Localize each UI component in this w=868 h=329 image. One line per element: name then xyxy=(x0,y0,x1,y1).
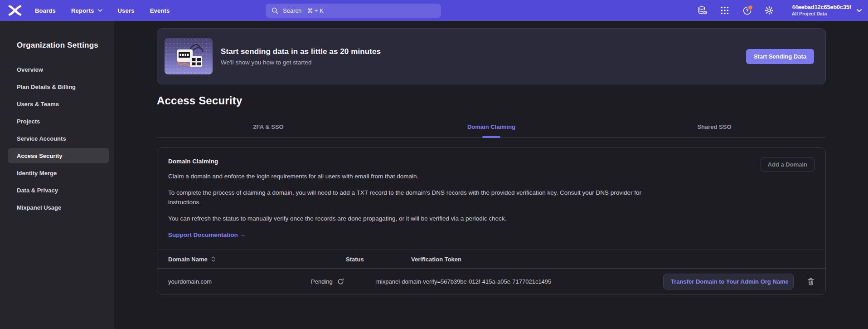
navbar-actions: ? 44eebad12c65eb0c35f All Project Data xyxy=(692,0,862,21)
support-documentation-link[interactable]: Support Documentation → xyxy=(168,231,246,238)
chevron-down-icon xyxy=(857,9,862,12)
sidebar-nav: Overview Plan Details & Billing Users & … xyxy=(8,62,109,215)
column-label: Verification Token xyxy=(411,256,461,263)
nav-item-label: Events xyxy=(150,7,170,14)
refresh-status-icon[interactable] xyxy=(337,278,344,285)
active-tab-underline xyxy=(482,136,500,138)
column-header-domain-name[interactable]: Domain Name xyxy=(168,256,311,263)
nav-item-label: Users xyxy=(118,7,135,14)
transfer-domain-button[interactable]: Transfer Domain to Your Admin Org Name xyxy=(663,274,794,290)
banner-text: Start sending data in as little as 20 mi… xyxy=(221,47,381,66)
panel-paragraph: To complete the process of claiming a do… xyxy=(168,188,651,207)
add-domain-button[interactable]: Add a Domain xyxy=(761,157,815,172)
column-header-status: Status xyxy=(311,256,376,263)
tab-label: Shared SSO xyxy=(697,123,731,130)
tab-domain-claiming[interactable]: Domain Claiming xyxy=(380,119,603,137)
nav-item-label: Reports xyxy=(71,7,94,14)
start-sending-data-button[interactable]: Start Sending Data xyxy=(746,49,814,64)
nav-item-label: Boards xyxy=(35,7,56,14)
sidebar-item-users-teams[interactable]: Users & Teams xyxy=(8,96,109,112)
nav-item-reports[interactable]: Reports xyxy=(63,0,110,21)
sidebar-title: Organization Settings xyxy=(8,41,109,50)
main-content: Start sending data in as little as 20 mi… xyxy=(114,21,868,329)
column-header-verification-token: Verification Token xyxy=(376,256,663,263)
onboarding-banner: Start sending data in as little as 20 mi… xyxy=(157,28,826,84)
data-management-icon[interactable] xyxy=(692,0,714,21)
banner-title: Start sending data in as little as 20 mi… xyxy=(221,47,381,56)
search-placeholder: Search xyxy=(283,7,301,14)
domains-table-header: Domain Name Status Verification Token xyxy=(157,250,825,269)
panel-paragraph: You can refresh the status to manually v… xyxy=(168,214,651,223)
project-scope: All Project Data xyxy=(792,11,851,17)
access-security-tabs: 2FA & SSO Domain Claiming Shared SSO xyxy=(157,119,826,137)
sidebar-item-data-privacy[interactable]: Data & Privacy xyxy=(8,182,109,198)
tab-label: 2FA & SSO xyxy=(253,123,283,130)
verification-token-cell: mixpanel-domain-verify=567b39be-012f-415… xyxy=(376,278,663,285)
tab-2fa-sso[interactable]: 2FA & SSO xyxy=(157,119,380,137)
sort-icon[interactable] xyxy=(211,256,215,262)
status-cell: Pending xyxy=(311,278,376,285)
search-shortcut: ⌘ + K xyxy=(307,7,324,14)
nav-item-boards[interactable]: Boards xyxy=(27,0,63,21)
status-badge: Pending xyxy=(311,278,333,285)
panel-paragraph: Claim a domain and enforce the login req… xyxy=(168,172,651,181)
project-switcher[interactable]: 44eebad12c65eb0c35f All Project Data xyxy=(781,4,862,17)
notification-dot xyxy=(747,5,753,10)
nav-item-events[interactable]: Events xyxy=(142,0,178,21)
delete-domain-icon[interactable] xyxy=(807,278,815,285)
apps-grid-icon[interactable] xyxy=(714,0,736,21)
sidebar-item-service-accounts[interactable]: Service Accounts xyxy=(8,131,109,146)
sidebar-item-projects[interactable]: Projects xyxy=(8,113,109,129)
tab-shared-sso[interactable]: Shared SSO xyxy=(603,119,826,137)
column-label: Status xyxy=(346,256,364,263)
domain-name-cell: yourdomain.com xyxy=(168,278,311,285)
table-row: yourdomain.com Pending mixpanel-domain-v… xyxy=(157,269,825,294)
project-switcher-labels: 44eebad12c65eb0c35f All Project Data xyxy=(792,4,851,17)
help-icon[interactable]: ? xyxy=(736,0,758,21)
domain-claiming-panel: Domain Claiming Claim a domain and enfor… xyxy=(157,147,826,295)
sidebar-item-access-security[interactable]: Access Security xyxy=(8,148,109,163)
tab-label: Domain Claiming xyxy=(467,123,515,130)
settings-gear-icon[interactable] xyxy=(758,0,781,21)
nav-item-users[interactable]: Users xyxy=(110,0,142,21)
search-icon xyxy=(272,7,278,14)
column-label: Domain Name xyxy=(168,256,208,263)
top-navbar: Boards Reports Users Events Search ⌘ + K xyxy=(0,0,868,21)
project-id: 44eebad12c65eb0c35f xyxy=(792,4,851,11)
panel-title: Domain Claiming xyxy=(168,158,815,165)
search-input[interactable]: Search ⌘ + K xyxy=(266,4,441,18)
settings-sidebar: Organization Settings Overview Plan Deta… xyxy=(0,21,114,329)
chevron-down-icon xyxy=(98,9,102,12)
sidebar-item-overview[interactable]: Overview xyxy=(8,62,109,77)
sidebar-item-plan-details-billing[interactable]: Plan Details & Billing xyxy=(8,79,109,94)
sidebar-item-identity-merge[interactable]: Identity Merge xyxy=(8,165,109,181)
banner-subtitle: We'll show you how to get started xyxy=(221,59,381,66)
sidebar-item-mixpanel-usage[interactable]: Mixpanel Usage xyxy=(8,200,109,215)
page-title: Access Security xyxy=(157,94,826,107)
primary-nav: Boards Reports Users Events xyxy=(27,0,178,21)
domain-claiming-description: Domain Claiming Claim a domain and enfor… xyxy=(157,148,825,250)
banner-illustration xyxy=(165,38,213,74)
mixpanel-logo-icon[interactable] xyxy=(7,0,27,21)
